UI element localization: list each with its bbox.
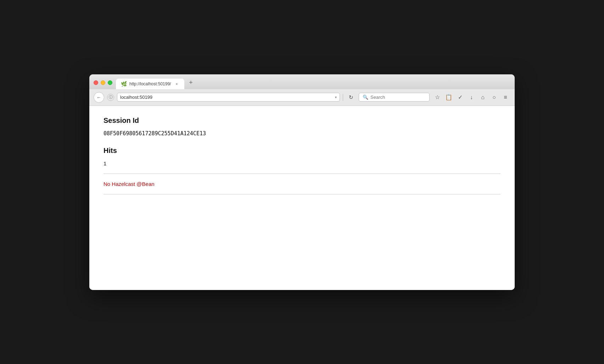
minimize-window-button[interactable] bbox=[101, 80, 105, 85]
chat-icon: ○ bbox=[492, 94, 496, 101]
menu-button[interactable]: ≡ bbox=[500, 92, 510, 102]
menu-icon: ≡ bbox=[504, 94, 507, 101]
download-icon: ↓ bbox=[470, 94, 473, 101]
search-input[interactable] bbox=[370, 95, 426, 100]
home-icon: ⌂ bbox=[481, 94, 485, 101]
synced-tabs-button[interactable]: ○ bbox=[489, 92, 499, 102]
search-bar-container: 🔍 bbox=[359, 93, 430, 102]
tab-url-label: http://localhost:50199/ bbox=[129, 81, 171, 86]
session-id-heading: Session Id bbox=[104, 116, 500, 125]
home-button[interactable]: ⌂ bbox=[478, 92, 488, 102]
error-message: No Hazelcast @Bean bbox=[104, 181, 500, 187]
title-bar: 🌿 http://localhost:50199/ × + bbox=[89, 74, 515, 89]
back-button[interactable]: ← bbox=[94, 92, 104, 103]
address-input[interactable] bbox=[120, 95, 333, 100]
window-controls bbox=[94, 80, 112, 89]
new-tab-button[interactable]: + bbox=[186, 78, 196, 88]
nav-bar: ← ⓘ ▾ ↻ 🔍 ☆ 📋 ✓ ↓ bbox=[89, 89, 515, 106]
session-id-value: 08F50F69805617289C255D41A124CE13 bbox=[104, 130, 500, 137]
info-button[interactable]: ⓘ bbox=[107, 94, 114, 101]
address-bar-container: ▾ bbox=[117, 93, 340, 102]
hits-heading: Hits bbox=[104, 147, 500, 155]
maximize-window-button[interactable] bbox=[108, 80, 112, 85]
reload-icon: ↻ bbox=[349, 94, 353, 101]
bookmark-star-button[interactable]: ☆ bbox=[432, 92, 442, 102]
browser-tab[interactable]: 🌿 http://localhost:50199/ × bbox=[116, 79, 184, 89]
nav-divider bbox=[343, 94, 343, 101]
tab-bar: 🌿 http://localhost:50199/ × + bbox=[116, 78, 510, 89]
search-icon: 🔍 bbox=[363, 95, 368, 100]
download-button[interactable]: ↓ bbox=[466, 92, 476, 102]
tab-favicon-icon: 🌿 bbox=[121, 81, 127, 87]
star-icon: ☆ bbox=[435, 94, 440, 101]
hits-value: 1 bbox=[104, 160, 500, 166]
pocket-button[interactable]: ✓ bbox=[455, 92, 465, 102]
list-icon: 📋 bbox=[445, 94, 452, 101]
reload-button[interactable]: ↻ bbox=[346, 92, 356, 102]
back-icon: ← bbox=[96, 95, 101, 100]
reading-list-button[interactable]: 📋 bbox=[444, 92, 454, 102]
divider-top bbox=[104, 174, 500, 174]
address-dropdown-icon[interactable]: ▾ bbox=[335, 95, 337, 99]
toolbar-icons: ☆ 📋 ✓ ↓ ⌂ ○ ≡ bbox=[432, 92, 510, 102]
close-window-button[interactable] bbox=[94, 80, 98, 85]
browser-window: 🌿 http://localhost:50199/ × + ← ⓘ ▾ ↻ 🔍 bbox=[89, 74, 515, 290]
page-content: Session Id 08F50F69805617289C255D41A124C… bbox=[89, 106, 515, 290]
tab-close-button[interactable]: × bbox=[174, 81, 179, 87]
info-icon: ⓘ bbox=[109, 95, 113, 100]
shield-check-icon: ✓ bbox=[458, 94, 463, 101]
divider-bottom bbox=[104, 194, 500, 194]
